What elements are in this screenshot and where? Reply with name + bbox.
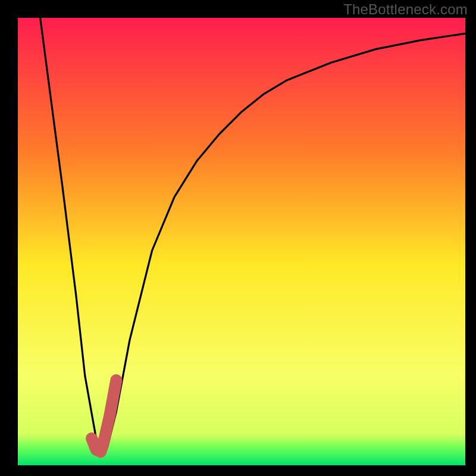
watermark-text: TheBottleneck.com xyxy=(343,1,468,18)
chart-frame: TheBottleneck.com xyxy=(0,0,476,476)
plot-background xyxy=(18,18,465,465)
chart-svg xyxy=(0,0,476,476)
